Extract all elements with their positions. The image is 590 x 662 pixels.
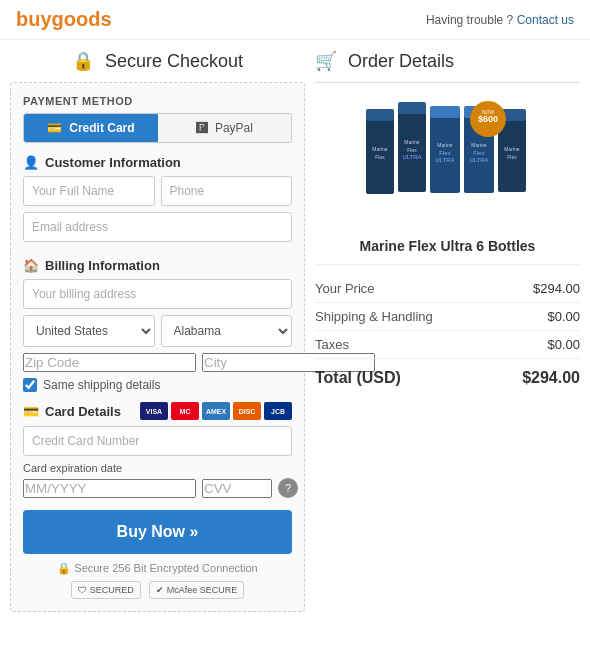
svg-rect-25: [498, 179, 526, 192]
shield-icon: 🛡: [78, 585, 87, 595]
main-layout: 🔒 Secure Checkout PAYMENT METHOD 💳 Credi…: [0, 40, 590, 622]
svg-text:Flex: Flex: [407, 147, 417, 153]
person-icon: 👤: [23, 155, 39, 170]
tab-paypal[interactable]: 🅿 PayPal: [158, 114, 292, 142]
svg-text:Flex: Flex: [473, 150, 484, 156]
same-shipping-row: Same shipping details: [23, 378, 292, 392]
card-section-header: 💳 Card Details VISA MC AMEX DISC JCB: [23, 402, 292, 420]
same-shipping-label: Same shipping details: [43, 378, 160, 392]
svg-rect-13: [430, 181, 460, 193]
checkout-title: 🔒 Secure Checkout: [10, 50, 305, 72]
visa-icon: VISA: [140, 402, 168, 420]
tab-credit-card[interactable]: 💳 Credit Card: [24, 114, 158, 142]
svg-rect-7: [398, 179, 426, 192]
cart-icon: 🛒: [315, 51, 337, 71]
price-label: Your Price: [315, 281, 375, 296]
secured-badge: 🛡 SECURED: [71, 581, 141, 599]
jcb-icon: JCB: [264, 402, 292, 420]
secure-badges: 🛡 SECURED ✔ McAfee SECURE: [23, 581, 292, 599]
svg-rect-6: [398, 102, 426, 114]
expiry-label: Card expiration date: [23, 462, 292, 474]
lock-small-icon: 🔒: [57, 562, 71, 574]
right-panel: 🛒 Order Details Marine Flex Marine Flex …: [315, 50, 580, 612]
svg-text:ULTRA: ULTRA: [402, 154, 421, 160]
svg-text:ULTRA: ULTRA: [435, 157, 454, 163]
price-value: $294.00: [533, 281, 580, 296]
billing-address-input[interactable]: [23, 279, 292, 309]
lock-icon: 🔒: [72, 51, 94, 71]
same-shipping-checkbox[interactable]: [23, 378, 37, 392]
product-name: Marine Flex Ultra 6 Bottles: [315, 238, 580, 254]
amex-icon: AMEX: [202, 402, 230, 420]
card-number-input[interactable]: [23, 426, 292, 456]
price-row-taxes: Taxes $0.00: [315, 331, 580, 359]
total-value: $294.00: [522, 369, 580, 387]
svg-rect-19: [464, 181, 494, 193]
product-image: Marine Flex Marine Flex ULTRA Marine Fle…: [358, 89, 538, 229]
price-table: Your Price $294.00 Shipping & Handling $…: [315, 275, 580, 393]
divider-top: [315, 82, 580, 83]
checkout-box: PAYMENT METHOD 💳 Credit Card 🅿 PayPal 👤 …: [10, 82, 305, 612]
svg-text:Marine: Marine: [404, 139, 420, 145]
buy-now-button[interactable]: Buy Now »: [23, 510, 292, 554]
order-details-title: 🛒 Order Details: [315, 50, 580, 72]
secure-text: 🔒 Secure 256 Bit Encrypted Connection: [23, 562, 292, 575]
svg-text:Marine: Marine: [504, 146, 520, 152]
mcafee-icon: ✔: [156, 585, 164, 595]
trouble-text: Having trouble ? Contact us: [426, 13, 574, 27]
svg-rect-1: [366, 109, 394, 121]
state-select[interactable]: Alabama: [161, 315, 293, 347]
full-name-input[interactable]: [23, 176, 155, 206]
paypal-tab-icon: 🅿: [196, 121, 208, 135]
billing-section-header: 🏠 Billing Information: [23, 258, 292, 273]
payment-tabs: 💳 Credit Card 🅿 PayPal: [23, 113, 292, 143]
price-row-total: Total (USD) $294.00: [315, 359, 580, 393]
contact-link[interactable]: Contact us: [517, 13, 574, 27]
card-header-title: 💳 Card Details: [23, 404, 121, 419]
top-bar: buygoods Having trouble ? Contact us: [0, 0, 590, 40]
name-phone-row: [23, 176, 292, 206]
svg-rect-12: [430, 106, 460, 118]
svg-text:$600: $600: [477, 114, 497, 124]
svg-text:Flex: Flex: [375, 154, 385, 160]
logo: buygoods: [16, 8, 112, 31]
country-select[interactable]: United States: [23, 315, 155, 347]
mcafee-badge: ✔ McAfee SECURE: [149, 581, 245, 599]
email-input[interactable]: [23, 212, 292, 242]
svg-text:ULTRA: ULTRA: [469, 157, 488, 163]
customer-section-header: 👤 Customer Information: [23, 155, 292, 170]
logo-text: buygoods: [16, 8, 112, 30]
zip-city-row: [23, 353, 292, 372]
card-tab-icon: 💳: [47, 121, 62, 135]
svg-text:Flex: Flex: [507, 154, 517, 160]
zip-input[interactable]: [23, 353, 196, 372]
card-icon: 💳: [23, 404, 39, 419]
cvv-help-icon[interactable]: ?: [278, 478, 298, 498]
svg-text:Marine: Marine: [437, 142, 453, 148]
payment-method-label: PAYMENT METHOD: [23, 95, 292, 107]
total-label: Total (USD): [315, 369, 401, 387]
mastercard-icon: MC: [171, 402, 199, 420]
expiry-input[interactable]: [23, 479, 196, 498]
expiry-cvv-row: ?: [23, 478, 292, 498]
svg-text:Marine: Marine: [471, 142, 487, 148]
country-state-row: United States Alabama: [23, 315, 292, 347]
shipping-value: $0.00: [547, 309, 580, 324]
price-row-your-price: Your Price $294.00: [315, 275, 580, 303]
taxes-label: Taxes: [315, 337, 349, 352]
taxes-value: $0.00: [547, 337, 580, 352]
cvv-input[interactable]: [202, 479, 272, 498]
left-panel: 🔒 Secure Checkout PAYMENT METHOD 💳 Credi…: [10, 50, 305, 612]
discover-icon: DISC: [233, 402, 261, 420]
card-icons: VISA MC AMEX DISC JCB: [140, 402, 292, 420]
svg-text:Marine: Marine: [372, 146, 388, 152]
billing-icon: 🏠: [23, 258, 39, 273]
svg-text:Flex: Flex: [439, 150, 450, 156]
product-area: Marine Flex Marine Flex ULTRA Marine Fle…: [315, 89, 580, 265]
phone-input[interactable]: [161, 176, 293, 206]
shipping-label: Shipping & Handling: [315, 309, 433, 324]
price-row-shipping: Shipping & Handling $0.00: [315, 303, 580, 331]
svg-rect-2: [366, 179, 394, 194]
